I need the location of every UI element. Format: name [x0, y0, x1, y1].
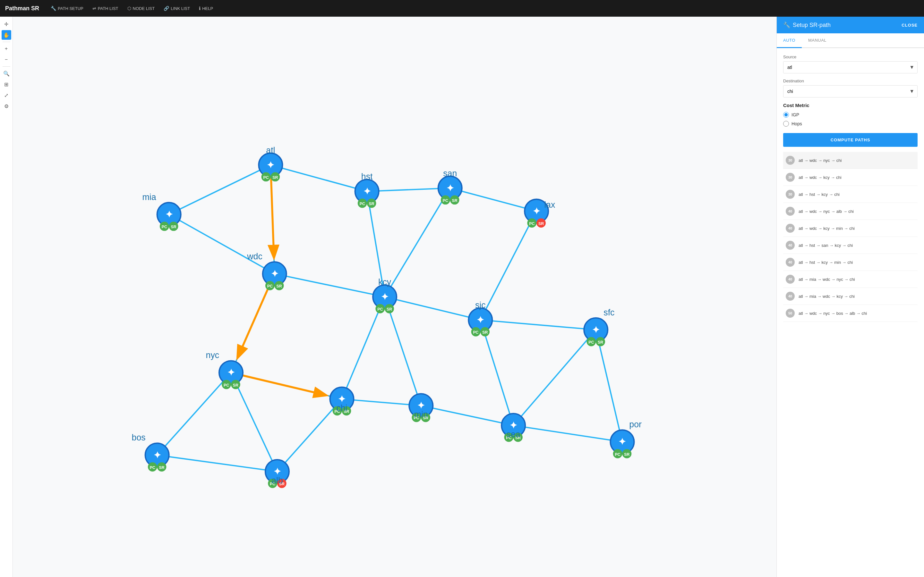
- svg-line-27: [271, 177, 274, 257]
- svg-text:PC: PC: [443, 198, 448, 203]
- left-toolbar: ✛ ✋ + − 🔍 ⊞ ⤢ ⚙: [0, 17, 13, 577]
- panel-title-icon: 🔧: [783, 21, 790, 29]
- svg-text:sea: sea: [507, 430, 520, 439]
- node-hst[interactable]: ✦PCSRhst: [355, 172, 379, 208]
- node-sjc[interactable]: ✦PCSRsjc: [468, 300, 492, 336]
- node-wdc[interactable]: ✦PCSRwdc: [247, 251, 286, 290]
- svg-text:✦: ✦: [417, 400, 425, 411]
- tab-manual[interactable]: MANUAL: [802, 33, 833, 48]
- svg-text:✦: ✦: [381, 292, 389, 302]
- node-sea[interactable]: ✦PCSRsea: [501, 414, 525, 442]
- node-por[interactable]: ✦PCSRpor: [610, 420, 642, 458]
- path-item[interactable]: 30atl → hst → kcy → chi: [783, 186, 918, 203]
- svg-text:✦: ✦: [618, 437, 626, 447]
- svg-text:PC: PC: [224, 383, 229, 388]
- destination-select[interactable]: chi: [783, 85, 918, 97]
- path-item[interactable]: 40atl → wdc → kcy → min → chi: [783, 220, 918, 237]
- panel-title: 🔧 Setup SR-path: [783, 21, 830, 29]
- destination-select-wrap: chi ▼: [783, 85, 918, 97]
- panel-header: 🔧 Setup SR-path CLOSE: [777, 17, 924, 33]
- nav-path-setup[interactable]: 🔧 PATH SETUP: [47, 4, 87, 13]
- svg-text:bos: bos: [132, 433, 145, 442]
- path-item[interactable]: 40atl → mia → wdc → nyc → chi: [783, 271, 918, 288]
- pan-tool[interactable]: ✋: [2, 30, 11, 40]
- node-chi[interactable]: ✦PCSRchi: [330, 387, 354, 416]
- path-item[interactable]: 40atl → hst → san → kcy → chi: [783, 237, 918, 254]
- svg-text:✦: ✦: [165, 210, 173, 219]
- node-lax[interactable]: ✦PCSRlax: [525, 199, 556, 227]
- source-select[interactable]: atl: [783, 61, 918, 73]
- igp-radio[interactable]: [783, 112, 789, 118]
- node-bos[interactable]: ✦PCSRbos: [132, 433, 169, 472]
- panel-content: Source atl ▼ Destination chi ▼: [777, 48, 924, 577]
- compute-paths-button[interactable]: COMPUTE PATHS: [783, 133, 918, 147]
- svg-line-22: [421, 406, 513, 425]
- svg-text:✦: ✦: [477, 315, 484, 325]
- path-item[interactable]: 30atl → wdc → kcy → chi: [783, 169, 918, 186]
- path-item[interactable]: 30atl → wdc → nyc → chi: [783, 152, 918, 169]
- svg-text:alb: alb: [271, 476, 283, 485]
- svg-text:PC: PC: [150, 466, 155, 470]
- svg-line-21: [277, 399, 342, 472]
- svg-text:sjc: sjc: [475, 300, 486, 310]
- path-item[interactable]: 40atl → wdc → nyc → alb → chi: [783, 203, 918, 220]
- svg-line-28: [238, 285, 270, 357]
- svg-line-18: [157, 372, 231, 455]
- zoom-out-tool[interactable]: −: [2, 55, 11, 64]
- nav-link-list[interactable]: 🔗 LINK LIST: [160, 4, 194, 13]
- info-icon: ℹ: [199, 6, 200, 11]
- nav-path-list[interactable]: ⇌ PATH LIST: [89, 4, 122, 13]
- svg-text:PC: PC: [588, 340, 594, 345]
- zoom-in-tool[interactable]: +: [2, 44, 11, 53]
- igp-radio-item[interactable]: IGP: [783, 112, 918, 118]
- wrench-icon: 🔧: [51, 6, 56, 11]
- cursor-tool[interactable]: ✛: [2, 19, 11, 29]
- svg-line-15: [480, 320, 596, 330]
- hops-radio[interactable]: [783, 121, 789, 127]
- link-icon: 🔗: [164, 6, 169, 11]
- nav-node-list[interactable]: ⬡ NODE LIST: [124, 4, 159, 13]
- path-item[interactable]: 50atl → wdc → nyc → bos → alb → chi: [783, 305, 918, 322]
- path-item[interactable]: 40atl → mia → wdc → kcy → chi: [783, 288, 918, 305]
- node-sfc[interactable]: ✦PCSRsfc: [584, 308, 614, 347]
- svg-text:SR: SR: [482, 330, 488, 335]
- settings-tool[interactable]: ⚙: [2, 101, 11, 111]
- layers-tool[interactable]: ⊞: [2, 79, 11, 89]
- nav-help[interactable]: ℹ HELP: [195, 4, 217, 13]
- svg-line-7: [450, 188, 536, 211]
- svg-text:✦: ✦: [227, 367, 235, 378]
- destination-label: Destination: [783, 79, 918, 83]
- node-icon: ⬡: [128, 6, 131, 11]
- svg-text:PC: PC: [529, 221, 535, 226]
- node-alb[interactable]: ✦PCSRalb: [265, 460, 289, 488]
- path-item[interactable]: 40atl → hst → kcy → min → chi: [783, 254, 918, 271]
- svg-text:SR: SR: [272, 175, 278, 180]
- node-atl[interactable]: ✦PCSRatl: [258, 145, 282, 181]
- svg-text:✦: ✦: [592, 325, 599, 335]
- search-tool[interactable]: 🔍: [2, 69, 11, 78]
- svg-text:✦: ✦: [267, 160, 274, 170]
- node-mia[interactable]: ✦PCSRmia: [142, 192, 181, 231]
- path-list: 30atl → wdc → nyc → chi30atl → wdc → kcy…: [783, 152, 918, 322]
- close-button[interactable]: CLOSE: [901, 23, 918, 27]
- svg-text:PC: PC: [473, 330, 478, 335]
- svg-text:SR: SR: [276, 284, 282, 288]
- svg-text:san: san: [443, 169, 457, 178]
- svg-text:PC: PC: [615, 452, 620, 457]
- hops-radio-item[interactable]: Hops: [783, 121, 918, 127]
- svg-text:mia: mia: [142, 192, 156, 202]
- node-min[interactable]: ✦PCSRmin: [409, 394, 433, 422]
- svg-text:sfc: sfc: [604, 308, 614, 318]
- map-area[interactable]: ✦PCSRatl✦PCSRmia✦PCSRhst✦PCSRsan✦PCSRlax…: [13, 17, 776, 577]
- node-san[interactable]: ✦PCSRsan: [438, 169, 462, 205]
- network-svg: ✦PCSRatl✦PCSRmia✦PCSRhst✦PCSRsan✦PCSRlax…: [13, 17, 776, 577]
- tab-auto[interactable]: AUTO: [777, 33, 802, 48]
- svg-line-24: [513, 425, 622, 442]
- svg-line-29: [242, 376, 325, 395]
- hops-label: Hops: [792, 121, 802, 126]
- svg-text:wdc: wdc: [247, 251, 262, 261]
- svg-text:PC: PC: [360, 201, 365, 206]
- svg-text:atl: atl: [266, 145, 275, 155]
- expand-tool[interactable]: ⤢: [2, 90, 11, 100]
- svg-line-9: [480, 211, 536, 320]
